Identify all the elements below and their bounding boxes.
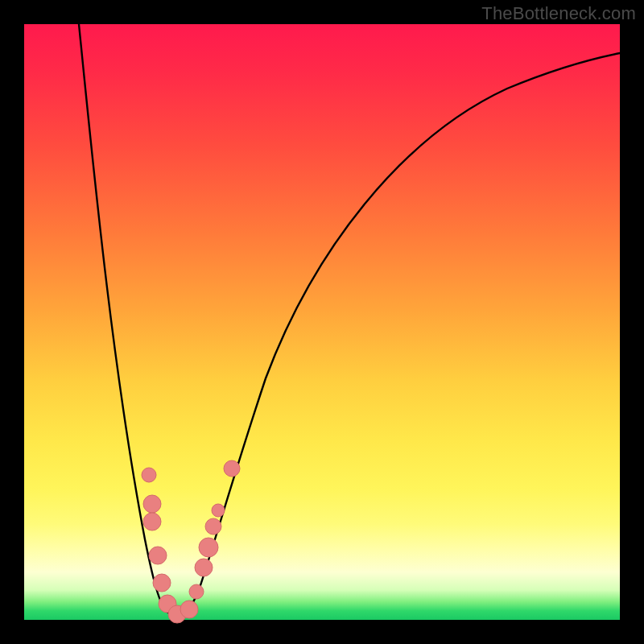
- data-marker: [212, 504, 225, 517]
- plot-area: [24, 24, 620, 620]
- data-marker: [180, 601, 198, 618]
- marker-group: [142, 460, 240, 623]
- data-marker: [199, 538, 218, 557]
- data-marker: [142, 468, 156, 482]
- data-marker: [189, 584, 204, 599]
- data-marker: [205, 518, 221, 535]
- bottleneck-curve: [79, 24, 620, 615]
- curve-layer: [24, 24, 620, 620]
- data-marker: [143, 513, 161, 530]
- data-marker: [149, 547, 167, 564]
- data-marker: [153, 574, 171, 592]
- watermark-text: TheBottleneck.com: [481, 3, 636, 24]
- chart-frame: TheBottleneck.com: [0, 0, 644, 644]
- data-marker: [195, 559, 213, 576]
- data-marker: [224, 460, 240, 477]
- data-marker: [143, 495, 161, 513]
